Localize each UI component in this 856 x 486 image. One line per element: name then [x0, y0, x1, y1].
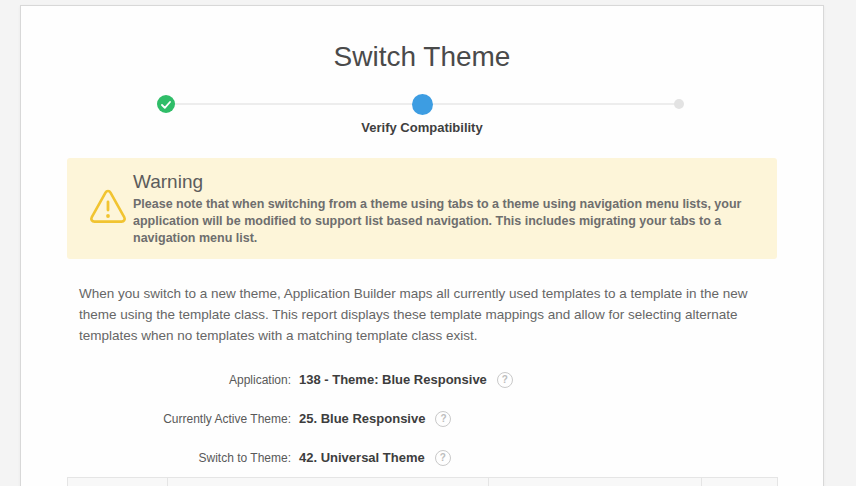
step-upcoming-indicator	[674, 99, 684, 109]
warning-banner: Warning Please note that when switching …	[67, 158, 777, 259]
application-label: Application:	[67, 373, 291, 387]
switch-theme-dialog: Switch Theme Verify Compatibility Warnin…	[20, 5, 824, 486]
theme-fields: Application: 138 - Theme: Blue Responsiv…	[67, 360, 777, 477]
wizard-description: When you switch to a new theme, Applicat…	[79, 283, 765, 346]
wizard-stepper	[21, 94, 823, 114]
step-current-indicator	[412, 94, 433, 115]
switch-theme-label: Switch to Theme:	[67, 451, 291, 465]
page-title: Switch Theme	[21, 6, 823, 74]
warning-message: Please note that when switching from a t…	[133, 196, 757, 247]
warning-title: Warning	[133, 170, 757, 194]
warning-content: Warning Please note that when switching …	[133, 170, 757, 247]
application-help-icon[interactable]: ?	[497, 372, 513, 388]
table-header-cell	[68, 478, 168, 486]
table-header-row	[68, 478, 778, 486]
table-header-cell	[168, 478, 489, 486]
active-theme-value: 25. Blue Responsive	[299, 411, 425, 426]
switch-theme-help-icon[interactable]: ?	[435, 450, 451, 466]
active-theme-help-icon[interactable]: ?	[435, 411, 451, 427]
table-header-cell	[702, 478, 778, 486]
current-step-label: Verify Compatibility	[21, 120, 823, 136]
application-value: 138 - Theme: Blue Responsive	[299, 372, 487, 387]
active-theme-label: Currently Active Theme:	[67, 412, 291, 426]
field-row-active-theme: Currently Active Theme: 25. Blue Respons…	[67, 399, 777, 438]
field-row-application: Application: 138 - Theme: Blue Responsiv…	[67, 360, 777, 399]
field-row-switch-theme: Switch to Theme: 42. Universal Theme ?	[67, 438, 777, 477]
table-header-cell	[489, 478, 702, 486]
switch-theme-value: 42. Universal Theme	[299, 450, 425, 465]
checkmark-icon	[161, 95, 171, 113]
step-complete-indicator	[157, 95, 175, 113]
template-mapping-table	[67, 477, 778, 486]
warning-triangle-icon	[87, 189, 133, 229]
